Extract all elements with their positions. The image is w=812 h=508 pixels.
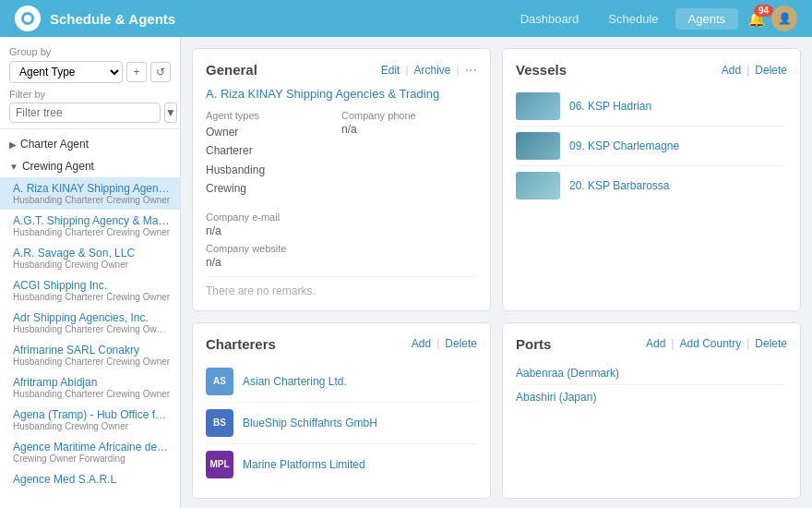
charterers-card-actions: Add | Delete: [412, 337, 477, 350]
ports-list: Aabenraa (Denmark)Abashiri (Japan): [516, 361, 787, 408]
user-avatar[interactable]: 👤: [771, 6, 797, 31]
tree-group-charter-header[interactable]: ▶ Charter Agent: [0, 133, 180, 155]
general-card-title: General: [206, 62, 381, 78]
app-header: Schedule & Agents Dashboard Schedule Age…: [0, 0, 812, 37]
main-content: General Edit | Archive | ··· A. Riza KIN…: [181, 37, 812, 508]
app-title: Schedule & Agents: [50, 11, 508, 27]
tree-item[interactable]: A.R. Savage & Son, LLCHusbanding Crewing…: [0, 242, 180, 274]
company-phone-section: Company phone n/a: [341, 110, 477, 199]
vessel-name[interactable]: 09. KSP Charlemagne: [569, 139, 679, 152]
general-archive-link[interactable]: Archive: [414, 64, 451, 77]
company-phone-value: n/a: [341, 123, 477, 136]
crewing-expand-icon: ▼: [9, 162, 18, 172]
tree-item[interactable]: Agena (Tramp) - Hub Office for Mor...Hus…: [0, 404, 180, 436]
ports-card-header: Ports Add | Add Country | Delete: [516, 336, 787, 352]
crewing-items: A. Riza KINAY Shipping Agencies & ...Hus…: [0, 177, 180, 490]
tree-item[interactable]: Agence Med S.A.R.L: [0, 468, 180, 490]
charter-group-label: Charter Agent: [20, 138, 89, 151]
tree-group-crewing-header[interactable]: ▼ Crewing Agent: [0, 155, 180, 177]
vessels-card: Vessels Add | Delete 06. KSP Hadrian 09.…: [502, 48, 801, 311]
app-logo: [15, 6, 41, 31]
company-email-label: Company e-mail: [206, 212, 477, 223]
tree-item[interactable]: Adr Shipping Agencies, Inc.Husbanding Ch…: [0, 307, 180, 339]
company-website-label: Company website: [206, 243, 477, 254]
ports-delete-link[interactable]: Delete: [755, 337, 787, 350]
filter-by-label: Filter by: [9, 89, 171, 100]
notification-bell[interactable]: 🔔 94: [747, 10, 766, 28]
vessels-list: 06. KSP Hadrian 09. KSP Charlemagne 20. …: [516, 87, 787, 205]
vessels-add-link[interactable]: Add: [722, 64, 741, 77]
vessel-thumbnail: [516, 172, 560, 200]
vessel-thumbnail: [516, 92, 560, 120]
tree-group-charter: ▶ Charter Agent: [0, 133, 180, 155]
charterer-badge: MPL: [206, 451, 233, 478]
ports-card: Ports Add | Add Country | Delete Aabenra…: [502, 322, 801, 499]
group-by-label: Group by: [9, 46, 171, 57]
filter-row: ▼: [9, 103, 171, 123]
svg-point-1: [24, 15, 31, 22]
general-edit-link[interactable]: Edit: [381, 64, 400, 77]
vessel-thumbnail: [516, 132, 560, 160]
agent-types-section: Agent types Owner Charterer Husbanding C…: [206, 110, 341, 199]
notification-count: 94: [754, 5, 773, 17]
tree-item[interactable]: A.G.T. Shipping Agency & Marine Se...Hus…: [0, 210, 180, 242]
sidebar-controls: Group by Agent Type + ↺ Filter by ▼: [0, 37, 180, 129]
nav-schedule[interactable]: Schedule: [595, 8, 671, 30]
refresh-button[interactable]: ↺: [150, 62, 171, 82]
company-website-value: n/a: [206, 256, 477, 269]
vessel-name[interactable]: 20. KSP Barbarossa: [569, 179, 670, 192]
charterers-add-link[interactable]: Add: [412, 337, 431, 350]
vessel-item: 09. KSP Charlemagne: [516, 127, 787, 166]
add-group-button[interactable]: +: [126, 62, 147, 82]
general-more-button[interactable]: ···: [465, 63, 477, 78]
port-name[interactable]: Abashiri (Japan): [516, 391, 596, 404]
group-by-select[interactable]: Agent Type: [9, 61, 123, 83]
tree-item[interactable]: ACGI Shipping Inc.Husbanding Charterer C…: [0, 274, 180, 307]
app-layout: Group by Agent Type + ↺ Filter by ▼ ▶ Ch…: [0, 37, 812, 508]
agent-types-label: Agent types: [206, 110, 341, 121]
ports-add-link[interactable]: Add: [646, 337, 665, 350]
charterer-badge: AS: [206, 368, 233, 395]
company-email-value: n/a: [206, 224, 477, 237]
general-card: General Edit | Archive | ··· A. Riza KIN…: [192, 48, 491, 311]
vessels-card-header: Vessels Add | Delete: [516, 62, 787, 78]
charterer-badge: BS: [206, 409, 233, 437]
charterers-card: Charterers Add | Delete AS Asian Charter…: [192, 322, 491, 499]
ports-card-actions: Add | Add Country | Delete: [646, 337, 787, 350]
tree-item[interactable]: Afrimarine SARL ConakryHusbanding Charte…: [0, 339, 180, 371]
company-email-section: Company e-mail n/a: [206, 212, 477, 237]
company-website-section: Company website n/a: [206, 243, 477, 269]
port-item: Abashiri (Japan): [516, 385, 787, 408]
company-name-link[interactable]: A. Riza KINAY Shipping Agencies & Tradin…: [206, 87, 477, 101]
charter-expand-icon: ▶: [9, 139, 17, 150]
charterers-card-title: Charterers: [206, 336, 412, 352]
tree-item[interactable]: Afritramp AbidjanHusbanding Charterer Cr…: [0, 371, 180, 404]
company-phone-label: Company phone: [341, 110, 477, 121]
charterer-item: MPL Marine Platforms Limited: [206, 444, 477, 485]
charterer-name[interactable]: Asian Chartering Ltd.: [243, 375, 347, 388]
ports-card-title: Ports: [516, 336, 646, 352]
nav-dashboard[interactable]: Dashboard: [508, 8, 592, 30]
tree-item[interactable]: Agence Maritime Africaine de l'Atla...Cr…: [0, 436, 180, 468]
ports-add-country-link[interactable]: Add Country: [679, 337, 741, 350]
agent-types-values: Owner Charterer Husbanding Crewing: [206, 123, 341, 199]
tree-group-crewing: ▼ Crewing Agent A. Riza KINAY Shipping A…: [0, 155, 180, 490]
general-info-grid: Agent types Owner Charterer Husbanding C…: [206, 110, 477, 204]
charterer-name[interactable]: Marine Platforms Limited: [243, 458, 365, 471]
charterers-list: AS Asian Chartering Ltd. BS BlueShip Sch…: [206, 361, 477, 485]
charterers-card-header: Charterers Add | Delete: [206, 336, 477, 352]
charterer-item: BS BlueShip Schiffahrts GmbH: [206, 403, 477, 444]
nav-agents[interactable]: Agents: [675, 8, 738, 30]
vessels-card-title: Vessels: [516, 62, 722, 78]
filter-input[interactable]: [9, 103, 161, 123]
crewing-group-label: Crewing Agent: [22, 160, 94, 173]
charterers-delete-link[interactable]: Delete: [445, 337, 477, 350]
filter-options-button[interactable]: ▼: [164, 103, 177, 123]
vessel-name[interactable]: 06. KSP Hadrian: [569, 100, 651, 113]
main-nav: Dashboard Schedule Agents: [508, 8, 738, 30]
tree-item[interactable]: A. Riza KINAY Shipping Agencies & ...Hus…: [0, 177, 180, 210]
vessels-delete-link[interactable]: Delete: [755, 64, 787, 77]
port-item: Aabenraa (Denmark): [516, 361, 787, 385]
charterer-name[interactable]: BlueShip Schiffahrts GmbH: [243, 417, 377, 429]
port-name[interactable]: Aabenraa (Denmark): [516, 367, 619, 380]
